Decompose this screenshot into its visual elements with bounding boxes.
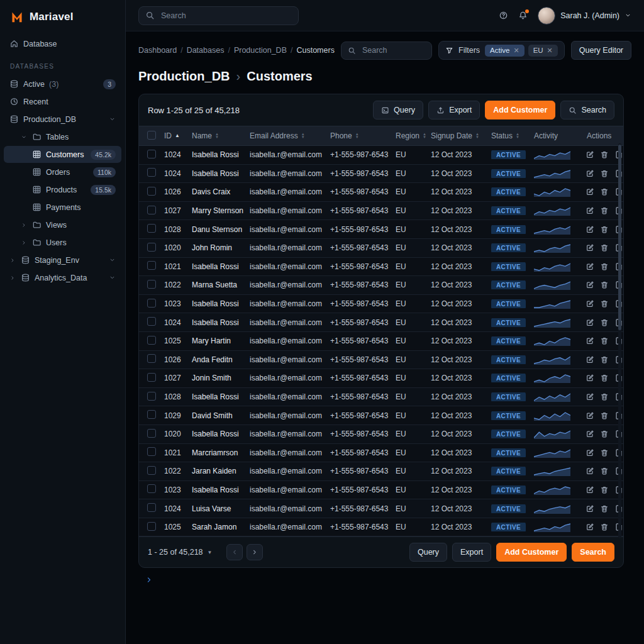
sidebar-item-views[interactable]: Views <box>4 216 121 233</box>
edit-icon[interactable] <box>586 336 594 345</box>
delete-icon[interactable] <box>600 504 609 513</box>
sidebar-item-customers[interactable]: Customers45.2k <box>4 146 121 163</box>
sort-icon[interactable]: ▲▼ <box>355 133 359 139</box>
sort-icon[interactable]: ▲▼ <box>423 133 426 139</box>
table-row[interactable]: 1024Isabella Rossiisabella.r@email.com+1… <box>139 146 623 165</box>
edit-icon[interactable] <box>586 374 594 382</box>
table-row[interactable]: 1029David Smithisabella.r@email.com+1-55… <box>139 406 623 425</box>
table-row[interactable]: 1022Jaran Kaidenisabella.r@email.com+1-5… <box>139 462 623 481</box>
delete-icon[interactable] <box>600 299 609 308</box>
user-menu[interactable]: Sarah J. (Admin) <box>538 7 631 25</box>
edit-icon[interactable] <box>586 411 594 420</box>
row-checkbox[interactable] <box>147 299 156 308</box>
table-row[interactable]: 1021Marcriamrsonisabella.r@email.com+1-5… <box>139 444 623 463</box>
sort-icon[interactable]: ▲▼ <box>215 133 219 139</box>
table-row[interactable]: 1024Luisa Varseisabella.r@email.com+1-55… <box>139 499 623 518</box>
breadcrumb-item[interactable]: Production_DB <box>234 46 287 55</box>
column-header-name[interactable]: Name▲▼ <box>188 131 246 140</box>
delete-icon[interactable] <box>600 187 609 196</box>
add-customer-button[interactable]: Add Customer <box>485 101 555 119</box>
sidebar-item-staging-env[interactable]: Staging_Env <box>4 252 121 269</box>
filter-chip-active[interactable]: Active✕ <box>485 45 525 57</box>
global-search[interactable] <box>138 6 299 25</box>
row-checkbox[interactable] <box>147 392 156 401</box>
row-checkbox[interactable] <box>147 484 156 493</box>
page-size-dropdown[interactable]: 1 - 25 of 45,218 ▼ <box>148 548 213 557</box>
row-checkbox[interactable] <box>147 410 156 419</box>
row-checkbox[interactable] <box>147 503 156 512</box>
sidebar-item-database[interactable]: Database <box>4 35 121 52</box>
filter-chip-eu[interactable]: EU✕ <box>528 45 558 57</box>
sort-icon[interactable]: ▲▼ <box>516 133 519 139</box>
table-row[interactable]: 1028Isabella Rossiisabella.r@email.com+1… <box>139 388 623 407</box>
column-header-email-address[interactable]: Email Address▲▼ <box>246 131 326 140</box>
next-page-button[interactable] <box>247 544 263 560</box>
sort-asc-icon[interactable]: ▲ <box>175 133 180 138</box>
scrollbar-thumb[interactable] <box>618 145 621 330</box>
query-button[interactable]: Query <box>373 101 423 119</box>
prev-page-button[interactable] <box>226 544 243 560</box>
row-checkbox[interactable] <box>147 522 156 531</box>
column-header-id[interactable]: ID▲ <box>160 131 188 140</box>
select-all-checkbox[interactable] <box>147 131 156 140</box>
table-row[interactable]: 1027Jonin Smithisabella.r@email.com+1-55… <box>139 369 623 388</box>
table-row[interactable]: 1024Isabella Rossiisabella.r@email.com+1… <box>139 165 623 184</box>
row-checkbox[interactable] <box>147 280 156 289</box>
sidebar-item-orders[interactable]: Orders110k <box>4 164 121 180</box>
query-editor-button[interactable]: Query Editor <box>571 41 631 60</box>
delete-icon[interactable] <box>600 262 609 271</box>
delete-icon[interactable] <box>600 467 609 475</box>
table-row[interactable]: 1020Isabella Rossiisabella.r@email.com+1… <box>139 425 623 444</box>
column-header-activity[interactable]: Activity <box>530 131 583 140</box>
chevron-right-icon[interactable] <box>21 240 28 246</box>
delete-icon[interactable] <box>600 411 609 420</box>
table-row[interactable]: 1024Isabella Rossiisabella.r@email.com+1… <box>139 313 623 332</box>
sidebar-item-payments[interactable]: Payments <box>4 199 121 216</box>
table-row[interactable]: 1023Isabella Rossiisabella.r@email.com+1… <box>139 295 623 314</box>
sidebar-item-tables[interactable]: Tables <box>4 128 121 145</box>
breadcrumb-item[interactable]: Databases <box>187 46 225 55</box>
sort-icon[interactable]: ▲▼ <box>301 133 305 139</box>
edit-icon[interactable] <box>586 280 594 289</box>
close-icon[interactable]: ✕ <box>513 47 519 55</box>
row-checkbox[interactable] <box>147 150 156 158</box>
delete-icon[interactable] <box>600 280 609 289</box>
delete-icon[interactable] <box>600 430 609 438</box>
table-row[interactable]: 1028Danu Sternsonisabella.r@email.com+1-… <box>139 220 623 239</box>
sidebar-item-active[interactable]: Active(3)3 <box>4 75 121 92</box>
search-button[interactable]: Search <box>560 101 614 119</box>
table-row[interactable]: 1021Isabella Rossiisabella.r@email.com+1… <box>139 258 623 277</box>
row-checkbox[interactable] <box>147 447 156 456</box>
edit-icon[interactable] <box>586 187 594 196</box>
delete-icon[interactable] <box>600 243 609 252</box>
sidebar-item-analytics-data[interactable]: Analytics_Data <box>4 269 121 286</box>
table-row[interactable]: 1027Marry Sternsonisabella.r@email.com+1… <box>139 202 623 221</box>
column-header-signup-date[interactable]: Signup Date▲▼ <box>427 131 487 140</box>
sort-icon[interactable]: ▲▼ <box>475 133 479 139</box>
footer-query-button[interactable]: Query <box>409 543 447 562</box>
row-checkbox[interactable] <box>147 466 156 475</box>
bell-icon[interactable] <box>518 11 528 20</box>
column-header-actions[interactable]: Actions <box>583 131 624 140</box>
close-icon[interactable]: ✕ <box>547 47 553 55</box>
breadcrumb-item[interactable]: Customers <box>296 46 334 55</box>
edit-icon[interactable] <box>586 486 594 494</box>
column-header-status[interactable]: Status▲▼ <box>487 131 530 140</box>
chevron-down-icon[interactable] <box>109 274 116 281</box>
export-button[interactable]: Export <box>428 101 480 119</box>
table-search-input[interactable] <box>361 45 425 55</box>
row-checkbox[interactable] <box>147 373 156 382</box>
edit-icon[interactable] <box>586 169 594 178</box>
sidebar-item-products[interactable]: Products15.5k <box>4 181 121 198</box>
delete-icon[interactable] <box>600 355 609 364</box>
delete-icon[interactable] <box>600 523 609 531</box>
edit-icon[interactable] <box>586 243 594 252</box>
table-row[interactable]: 1026Davis Craixisabella.r@email.com+1-55… <box>139 183 623 202</box>
global-search-input[interactable] <box>160 11 292 21</box>
table-row[interactable]: 1022Marna Suettaisabella.r@email.com+1-5… <box>139 276 623 295</box>
table-row[interactable]: 1025Sarah Jamonisabella.r@email.com+1-55… <box>139 518 623 537</box>
chevron-down-icon[interactable] <box>109 257 116 264</box>
delete-icon[interactable] <box>600 318 609 327</box>
sidebar-item-recent[interactable]: Recent <box>4 93 121 110</box>
row-checkbox[interactable] <box>147 336 156 345</box>
